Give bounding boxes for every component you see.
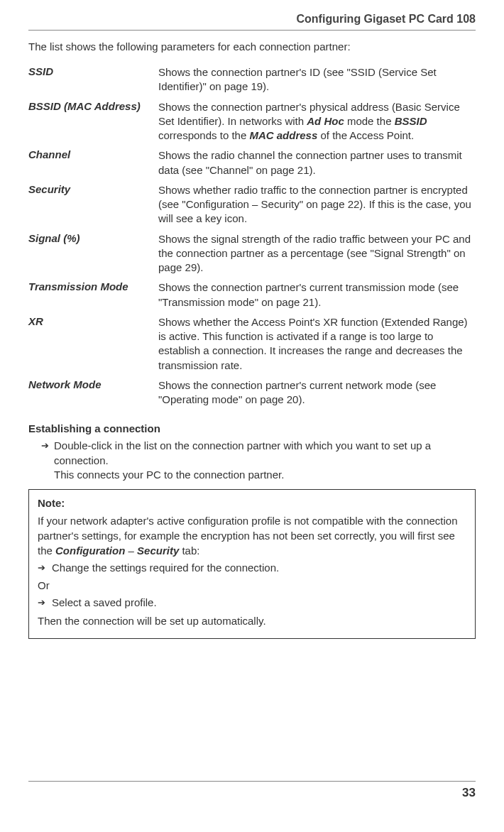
definition-row: XR Shows whether the Access Point's XR f… [28, 315, 476, 378]
intro-text: The list shows the following parameters … [28, 40, 476, 53]
step-followup: This connects your PC to the connection … [54, 469, 284, 481]
definition-row: BSSID (MAC Address) Shows the connection… [28, 100, 476, 149]
definition-row: Channel Shows the radio channel the conn… [28, 148, 476, 183]
step-arrow-item: Double-click in the list on the connecti… [41, 439, 476, 482]
definition-description: Shows the connection partner's physical … [158, 100, 476, 149]
header-rule [28, 30, 476, 31]
note-label: Note: [38, 496, 466, 510]
page-header-title: Configuring Gigaset PC Card 108 [28, 13, 476, 26]
page-number: 33 [28, 782, 476, 800]
establish-heading: Establishing a connection [28, 422, 476, 434]
step-text: Double-click in the list on the connecti… [54, 439, 431, 466]
definition-row: Signal (%) Shows the signal strength of … [28, 232, 476, 281]
definition-description: Shows the connection partner's current n… [158, 378, 476, 413]
definition-description: Shows whether the Access Point's XR func… [158, 315, 476, 378]
definition-description: Shows the connection partner's ID (see "… [158, 65, 476, 100]
establish-steps: Double-click in the list on the connecti… [28, 439, 476, 482]
note-or: Or [38, 578, 466, 593]
definition-term: BSSID (MAC Address) [28, 100, 158, 149]
definition-term: Signal (%) [28, 232, 158, 281]
note-option-1: Change the settings required for the con… [38, 561, 466, 575]
definition-description: Shows whether radio traffic to the conne… [158, 183, 476, 232]
document-page: Configuring Gigaset PC Card 108 The list… [0, 0, 504, 814]
definition-description: Shows the connection partner's current t… [158, 280, 476, 315]
definition-term: Channel [28, 148, 158, 183]
note-box: Note: If your network adapter's active c… [28, 489, 476, 639]
note-option-2: Select a saved profile. [38, 596, 466, 610]
definition-term: Network Mode [28, 378, 158, 413]
definition-term: Transmission Mode [28, 280, 158, 315]
note-body: If your network adapter's active configu… [38, 513, 466, 558]
definition-description: Shows the radio channel the connection p… [158, 148, 476, 183]
definition-row: Transmission Mode Shows the connection p… [28, 280, 476, 315]
definition-term: SSID [28, 65, 158, 100]
definition-row: Network Mode Shows the connection partne… [28, 378, 476, 413]
definition-term: XR [28, 315, 158, 378]
definitions-table: SSID Shows the connection partner's ID (… [28, 65, 476, 412]
note-tail: Then the connection will be set up autom… [38, 613, 466, 628]
definition-term: Security [28, 183, 158, 232]
definition-row: SSID Shows the connection partner's ID (… [28, 65, 476, 100]
definition-row: Security Shows whether radio traffic to … [28, 183, 476, 232]
definition-description: Shows the signal strength of the radio t… [158, 232, 476, 281]
